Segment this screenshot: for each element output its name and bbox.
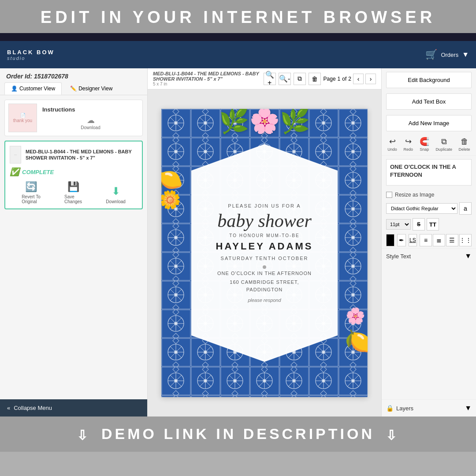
color-swatch[interactable] <box>386 234 394 246</box>
resize-checkbox[interactable] <box>386 192 392 198</box>
layers-row[interactable]: 🔒 Layers ▼ <box>382 399 476 416</box>
align-left-button[interactable]: ≣ <box>433 234 445 246</box>
complete-check-icon: ✅ <box>10 167 19 177</box>
redo-label: Redo <box>404 147 413 152</box>
snap-icon: 🧲 <box>420 137 429 146</box>
download-area[interactable]: ☁ Download <box>42 115 139 130</box>
layers-label: Layers <box>396 405 413 412</box>
bottom-banner-text: ⇩ DEMO LINK IN DESCRIPTION ⇩ <box>0 425 476 443</box>
logo: BLACK BOW studio <box>7 49 55 61</box>
download-btn-label: Download <box>106 199 125 204</box>
redo-button[interactable]: ↪ Redo <box>404 137 413 152</box>
page-prev-button[interactable]: ‹ <box>353 74 364 84</box>
main-layout: Order Id: 1518702678 👤 Customer View ✏️ … <box>0 68 476 416</box>
style-text-row[interactable]: Style Text ▼ <box>382 248 476 264</box>
inv-respond: please respond <box>248 298 281 303</box>
canvas-title: MED-BLU-1-B044 - THE MED LEMONS - BABY S… <box>153 71 264 82</box>
page-current: 1 <box>338 76 341 82</box>
instructions-text-area: Instructions ☁ Download <box>42 106 139 130</box>
font-icon-button[interactable]: a <box>459 202 472 215</box>
save-button[interactable]: 💾 SaveChanges <box>64 181 82 204</box>
copy-button[interactable]: ⧉ <box>294 73 306 85</box>
download-label[interactable]: Download <box>81 125 100 130</box>
floral-right-flower: 🌸 <box>346 307 365 325</box>
font-row: Didact Gothic Regular a <box>382 201 476 216</box>
undo-label: Undo <box>387 147 397 152</box>
header-dropdown-icon[interactable]: ▼ <box>462 51 469 59</box>
invitation-content: PLEASE JOIN US FOR A baby shower TO HONO… <box>161 109 368 397</box>
page-next-button[interactable]: › <box>365 74 376 84</box>
revert-icon: 🔄 <box>25 181 37 193</box>
revert-button[interactable]: 🔄 Revert ToOriginal <box>22 181 41 204</box>
arrow-left-icon: ⇩ <box>77 428 90 443</box>
font-select[interactable]: Didact Gothic Regular <box>386 203 457 214</box>
align-center-button[interactable]: ☰ <box>446 234 458 246</box>
color-picker-button[interactable]: ✒ <box>397 234 405 246</box>
style-text-chevron-icon: ▼ <box>465 252 472 260</box>
instructions-thumbnail: 📄thank you <box>8 104 37 132</box>
underline-button[interactable]: LS <box>409 234 417 246</box>
page-of-label: of <box>342 76 346 82</box>
tab-designer-view[interactable]: ✏️ Designer View <box>63 82 119 95</box>
align-list-button[interactable]: ≡ <box>420 234 432 246</box>
redo-icon: ↪ <box>405 137 412 146</box>
view-tabs: 👤 Customer View ✏️ Designer View <box>0 82 147 95</box>
edit-background-button[interactable]: Edit Background <box>386 72 472 88</box>
add-text-box-button[interactable]: Add Text Box <box>386 93 472 110</box>
dark-strip <box>0 33 476 41</box>
font-size-select[interactable]: 11pt <box>386 219 411 230</box>
invitation-card: 🌿🌸🌿 🍋 🌼 🍋 🌸 PLEASE JOIN US FOR A baby sh… <box>161 109 368 397</box>
inv-honour: TO HONOUR MUM-TO-BE <box>229 233 299 238</box>
align-buttons: ≡ ≣ ☰ ⋮⋮ <box>420 234 472 246</box>
resize-label: Resize as Image <box>395 192 434 198</box>
orders-label[interactable]: Orders <box>441 52 458 58</box>
duplicate-button[interactable]: ⧉ Duplicate <box>435 137 452 152</box>
download-cloud-icon: ☁ <box>87 115 95 125</box>
size-row: 11pt S TT <box>382 216 476 232</box>
tab-customer-view[interactable]: 👤 Customer View <box>4 82 62 95</box>
add-new-image-button[interactable]: Add New Image <box>386 115 472 131</box>
inv-address-line2: PADDINGTON <box>246 287 283 292</box>
style-text-label: Style Text <box>386 253 411 260</box>
right-panel: Edit Background Add Text Box Add New Ima… <box>381 68 476 416</box>
duplicate-label: Duplicate <box>435 147 452 152</box>
canvas-area: MED-BLU-1-B044 - THE MED LEMONS - BABY S… <box>148 68 381 416</box>
save-icon: 💾 <box>67 181 79 193</box>
delete-label: Delete <box>459 147 470 152</box>
canvas-viewport: 🌿🌸🌿 🍋 🌼 🍋 🌸 PLEASE JOIN US FOR A baby sh… <box>148 89 381 416</box>
inv-dot-divider <box>263 265 266 269</box>
left-sidebar: Order Id: 1518702678 👤 Customer View ✏️ … <box>0 68 148 416</box>
download-icon: ⬇ <box>112 185 120 197</box>
align-right-button[interactable]: ⋮⋮ <box>459 234 472 246</box>
header-right: 🛒 Orders ▼ <box>425 49 469 60</box>
text-preview[interactable]: ONE O'CLOCK IN THE A FTERNOON <box>386 159 472 186</box>
product-header: ··· MED-BLU-1-B044 - THE MED LEMONS - BA… <box>10 146 138 164</box>
top-banner: EDIT IN YOUR INTERNET BROWSER <box>0 0 476 33</box>
editor-toolbar: ↩ Undo ↪ Redo 🧲 Snap ⧉ Duplicate 🗑 Delet… <box>382 133 476 156</box>
cart-icon[interactable]: 🛒 <box>425 49 437 60</box>
inv-date: SATURDAY TENTH OCTOBER <box>221 256 309 261</box>
action-buttons: 🔄 Revert ToOriginal 💾 SaveChanges ⬇ Down… <box>10 181 138 204</box>
delete-canvas-button[interactable]: 🗑 <box>309 73 321 85</box>
delete-button[interactable]: 🗑 Delete <box>459 137 470 152</box>
color-row: ✒ LS ≡ ≣ ☰ ⋮⋮ <box>382 232 476 248</box>
canvas-size: 5 x 7 in <box>153 82 264 86</box>
snap-button[interactable]: 🧲 Snap <box>420 137 429 152</box>
undo-button[interactable]: ↩ Undo <box>387 137 397 152</box>
lock-icon: 🔒 <box>386 405 394 412</box>
zoom-out-button[interactable]: 🔍- <box>279 73 291 85</box>
inv-time[interactable]: ONE O'CLOCK IN THE AFTERNOON <box>217 271 312 276</box>
strikethrough-button[interactable]: S <box>413 218 425 231</box>
sidebar-content: 📄thank you Instructions ☁ Download ··· M… <box>0 95 147 399</box>
product-title: MED-BLU-1-B044 - THE MED LEMONS - BABY S… <box>26 149 138 161</box>
zoom-in-button[interactable]: 🔍+ <box>264 73 276 85</box>
inv-name[interactable]: HAYLEY ADAMS <box>216 241 313 252</box>
canvas-title-area: MED-BLU-1-B044 - THE MED LEMONS - BABY S… <box>153 71 264 86</box>
order-id: Order Id: 1518702678 <box>0 68 147 82</box>
collapse-menu[interactable]: « Collapse Menu <box>0 399 147 416</box>
page-label: Page <box>324 76 336 82</box>
product-thumbnail: ··· <box>10 146 21 164</box>
instructions-card: 📄thank you Instructions ☁ Download <box>4 100 143 136</box>
download-button[interactable]: ⬇ Download <box>106 185 125 204</box>
bold-button[interactable]: TT <box>427 218 439 231</box>
